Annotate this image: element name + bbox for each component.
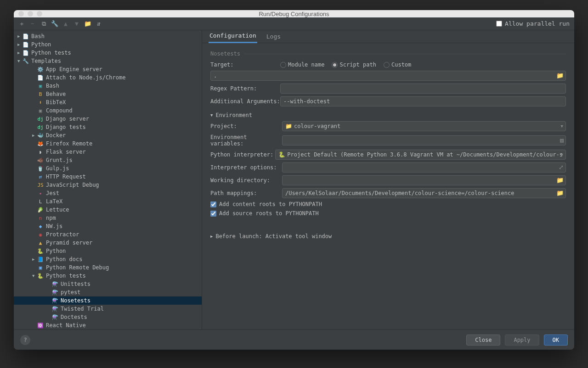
list-icon[interactable]: ▤ xyxy=(560,137,564,144)
pathmap-input[interactable]: /Users/KelSolaar/Documents/Development/c… xyxy=(282,188,566,198)
tree-icon: 🐍 xyxy=(37,248,44,254)
template-item[interactable]: djDjango server xyxy=(14,115,202,123)
copy-icon[interactable]: ⧉ xyxy=(40,21,47,27)
browse-icon[interactable]: 📁 xyxy=(556,190,564,196)
python-test-item[interactable]: ⚗️Twisted Trial xyxy=(14,305,202,313)
template-item[interactable]: ◉Protractor xyxy=(14,230,202,239)
source-roots-checkbox[interactable] xyxy=(210,211,216,217)
tree-icon: ▣ xyxy=(37,108,44,114)
chevron-icon: ▶ xyxy=(32,133,37,138)
browse-icon[interactable]: 📁 xyxy=(556,177,564,184)
allow-parallel-input[interactable] xyxy=(496,21,502,27)
titlebar: Run/Debug Configurations xyxy=(14,10,574,17)
project-select[interactable]: 📁 colour-vagrant ▾ xyxy=(282,121,566,131)
python-test-item[interactable]: ⚗️pytest xyxy=(14,288,202,296)
template-item[interactable]: ▲Pyramid server xyxy=(14,239,202,247)
minimize-dot-icon[interactable] xyxy=(28,11,33,17)
template-item[interactable]: ◆NW.js xyxy=(14,222,202,230)
zoom-dot-icon[interactable] xyxy=(37,11,42,17)
template-item[interactable]: djDjango tests xyxy=(14,123,202,131)
envvars-input[interactable]: ▤ xyxy=(282,135,566,145)
tree-icon: 📄 xyxy=(22,42,29,48)
close-dot-icon[interactable] xyxy=(18,11,24,17)
ok-button[interactable]: OK xyxy=(544,335,568,346)
apply-button[interactable]: Apply xyxy=(505,335,539,346)
interp-opts-input[interactable]: ⤢ xyxy=(282,162,566,173)
tree-python-tests[interactable]: ▼🐍Python tests xyxy=(14,272,202,280)
target-radio-group: Module nameScript pathCustom xyxy=(280,61,411,68)
template-item[interactable]: 📄Attach to Node.js/Chrome xyxy=(14,73,202,82)
target-radio[interactable]: Module name xyxy=(280,61,324,68)
row-cb2: Add source roots to PYTHONPATH xyxy=(210,210,566,217)
wrench-icon[interactable]: 🔧 xyxy=(51,21,58,27)
python-test-item[interactable]: ⚗️Unittests xyxy=(14,280,202,288)
allow-parallel-checkbox[interactable]: Allow parallel run xyxy=(496,20,570,27)
python-test-item[interactable]: ⚗️Doctests xyxy=(14,313,202,321)
python-test-item[interactable]: ⚗️Nosetests xyxy=(14,296,202,305)
template-item[interactable]: ▶🐳Docker xyxy=(14,131,202,139)
template-item[interactable]: ▣Python Remote Debug xyxy=(14,263,202,272)
template-item[interactable]: 🦊Firefox Remote xyxy=(14,139,202,148)
tree-icon: ⇄ xyxy=(37,174,44,180)
template-item[interactable]: nnpm xyxy=(14,214,202,222)
content-roots-checkbox[interactable] xyxy=(210,201,216,207)
template-item[interactable]: ▣Compound xyxy=(14,106,202,115)
template-item[interactable]: 🥬Lettuce xyxy=(14,206,202,214)
down-icon[interactable]: ▼ xyxy=(74,21,80,27)
tree-root[interactable]: ▶📄Bash xyxy=(14,32,202,40)
target-radio[interactable]: Custom xyxy=(384,61,411,68)
template-item[interactable]: JSJavaScript Debug xyxy=(14,181,202,189)
template-item[interactable]: ⚙️App Engine server xyxy=(14,65,202,73)
tree-label: Python xyxy=(31,41,51,48)
browse-icon[interactable]: 📁 xyxy=(556,72,564,79)
before-launch-expander[interactable]: ▶ Before launch: Activate tool window xyxy=(210,233,566,240)
template-item[interactable]: ◗Flask server xyxy=(14,148,202,156)
tree-label: Django tests xyxy=(46,124,86,130)
folder-icon[interactable]: 📁 xyxy=(85,21,91,27)
help-button[interactable]: ? xyxy=(20,335,30,345)
config-tree[interactable]: ▶📄Bash▶📄Python▶📄Python tests▼🔧Templates⚙… xyxy=(14,30,202,329)
environment-expander[interactable]: ▼ Environment xyxy=(210,112,566,118)
close-button[interactable]: Close xyxy=(466,335,500,346)
tree-icon: 🥬 xyxy=(37,207,44,213)
interpreter-select[interactable]: 🐍 Project Default (Remote Python 3.6.8 V… xyxy=(275,150,566,160)
remove-icon[interactable]: − xyxy=(29,21,36,27)
tab-logs[interactable]: Logs xyxy=(266,30,282,43)
window-title: Run/Debug Configurations xyxy=(14,11,574,17)
template-item[interactable]: 🥤Gulp.js xyxy=(14,164,202,173)
tree-root[interactable]: ▶📄Python tests xyxy=(14,49,202,57)
tree-root[interactable]: ▶📄Python xyxy=(14,40,202,49)
tree-label: LaTeX xyxy=(46,198,62,205)
template-item[interactable]: ⇄HTTP Request xyxy=(14,173,202,181)
target-radio[interactable]: Script path xyxy=(332,61,376,68)
template-item[interactable]: ✦Jest xyxy=(14,189,202,197)
up-icon[interactable]: ▲ xyxy=(62,21,69,27)
chevron-down-icon[interactable]: ▾ xyxy=(560,123,564,129)
template-item[interactable]: ▶📘Python docs xyxy=(14,255,202,263)
tree-label: Python Remote Debug xyxy=(46,264,109,271)
tabs: Configuration Logs xyxy=(202,30,574,43)
tree-templates[interactable]: ▼🔧Templates xyxy=(14,57,202,65)
regex-input[interactable] xyxy=(280,84,566,94)
template-item[interactable]: 🐗Grunt.js xyxy=(14,156,202,164)
tree-icon: ◆ xyxy=(37,223,44,229)
workdir-input[interactable]: 📁 xyxy=(282,175,566,185)
expand-icon[interactable]: ⤢ xyxy=(559,164,564,171)
template-item[interactable]: ▣Bash xyxy=(14,82,202,90)
collapse-icon[interactable]: ⇵ xyxy=(96,21,102,27)
source-roots-label: Add source roots to PYTHONPATH xyxy=(219,210,319,217)
chevron-down-icon[interactable]: ▾ xyxy=(560,151,564,158)
row-target-value: . 📁 xyxy=(210,71,566,81)
args-input[interactable]: --with-doctest xyxy=(280,96,566,106)
tab-configuration[interactable]: Configuration xyxy=(209,30,257,43)
template-item[interactable]: ⬇BibTeX xyxy=(14,98,202,106)
target-input[interactable]: . 📁 xyxy=(210,71,566,81)
template-item[interactable]: BBehave xyxy=(14,90,202,98)
template-item[interactable]: LLaTeX xyxy=(14,197,202,206)
tree-label: Gulp.js xyxy=(46,165,69,172)
chevron-icon: ▶ xyxy=(17,34,22,39)
add-icon[interactable]: ＋ xyxy=(18,21,25,27)
tree-label: App Engine server xyxy=(46,66,102,72)
template-item[interactable]: ⚛️React Native xyxy=(14,321,202,329)
template-item[interactable]: 🐍Python xyxy=(14,247,202,255)
